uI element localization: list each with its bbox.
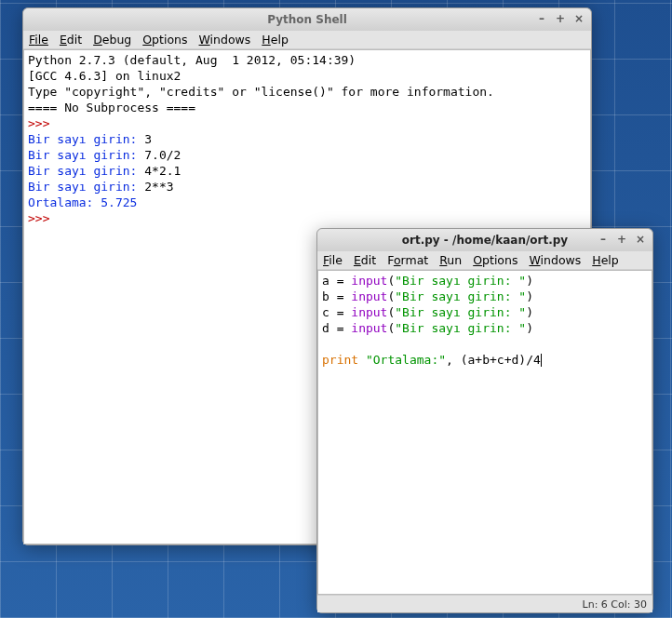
minimize-icon[interactable]: – — [595, 232, 612, 247]
menu-run[interactable]: Run — [439, 253, 462, 267]
menu-debug[interactable]: Debug — [93, 33, 131, 47]
menu-options[interactable]: Options — [473, 253, 517, 267]
menu-edit[interactable]: Edit — [354, 253, 376, 267]
menu-edit[interactable]: Edit — [60, 33, 82, 47]
close-icon[interactable]: × — [632, 232, 649, 247]
minimize-icon[interactable]: – — [533, 11, 550, 26]
window-title: Python Shell — [23, 13, 591, 26]
menu-windows[interactable]: Windows — [199, 33, 251, 47]
menubar: File Edit Debug Options Windows Help — [23, 31, 591, 49]
menu-help[interactable]: Help — [262, 33, 289, 47]
maximize-icon[interactable]: + — [552, 11, 569, 26]
menu-format[interactable]: Format — [387, 253, 428, 267]
maximize-icon[interactable]: + — [613, 232, 630, 247]
editor-content[interactable]: a = input("Bir sayı girin: ") b = input(… — [317, 270, 652, 595]
menu-file[interactable]: File — [29, 33, 48, 47]
statusbar: Ln: 6 Col: 30 — [317, 595, 652, 612]
menu-options[interactable]: Options — [142, 33, 187, 47]
menu-file[interactable]: File — [323, 253, 343, 267]
menubar: File Edit Format Run Options Windows Hel… — [317, 251, 652, 270]
menu-windows[interactable]: Windows — [529, 253, 581, 267]
menu-help[interactable]: Help — [592, 253, 619, 267]
close-icon[interactable]: × — [571, 11, 587, 26]
status-text: Ln: 6 Col: 30 — [583, 598, 647, 611]
editor-window: ort.py - /home/kaan/ort.py – + × File Ed… — [316, 228, 653, 613]
titlebar[interactable]: ort.py - /home/kaan/ort.py – + × — [317, 229, 652, 251]
titlebar[interactable]: Python Shell – + × — [23, 8, 591, 31]
